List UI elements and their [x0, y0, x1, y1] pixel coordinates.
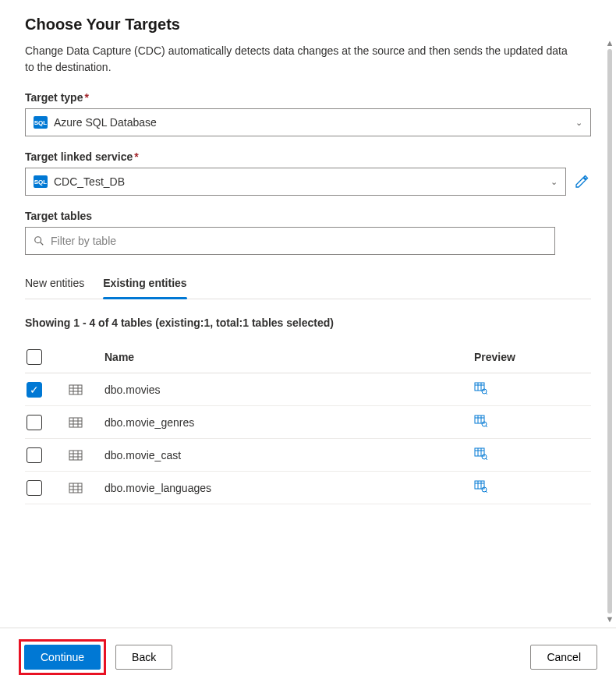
row-name: dbo.movie_languages	[104, 482, 474, 494]
table-row: ✓ dbo.movies	[25, 373, 591, 406]
preview-icon[interactable]	[474, 381, 488, 395]
preview-icon[interactable]	[474, 447, 488, 461]
target-tables-label: Target tables	[25, 210, 591, 222]
svg-rect-24	[69, 451, 82, 460]
cancel-button[interactable]: Cancel	[530, 645, 597, 670]
table-row: dbo.movie_genres	[25, 406, 591, 439]
table-icon	[69, 383, 83, 397]
scrollbar[interactable]: ▲ ▼	[607, 39, 613, 624]
linked-service-value: CDC_Test_DB	[54, 175, 551, 188]
page-description: Change Data Capture (CDC) automatically …	[25, 43, 571, 76]
svg-line-45	[486, 491, 487, 493]
column-preview: Preview	[474, 351, 591, 363]
svg-line-12	[486, 393, 487, 394]
search-icon	[34, 235, 44, 246]
chevron-down-icon: ⌄	[551, 177, 558, 187]
target-type-label: Target type*	[25, 91, 591, 104]
row-name: dbo.movie_genres	[104, 416, 474, 429]
select-all-checkbox[interactable]	[27, 349, 42, 365]
row-checkbox[interactable]	[27, 480, 42, 496]
entity-tabs: New entities Existing entities	[25, 269, 591, 299]
required-asterisk: *	[84, 91, 88, 104]
row-checkbox[interactable]: ✓	[27, 382, 42, 398]
sql-icon: SQL	[34, 175, 48, 188]
page-content: Choose Your Targets Change Data Capture …	[0, 0, 616, 624]
row-checkbox[interactable]	[27, 415, 42, 430]
table-header: Name Preview	[25, 341, 591, 373]
tables-list: Name Preview ✓ dbo.movies dbo.movie_genr…	[25, 341, 591, 504]
continue-button[interactable]: Continue	[24, 645, 101, 670]
chevron-down-icon: ⌄	[575, 118, 582, 128]
sql-icon: SQL	[34, 116, 48, 129]
svg-line-23	[486, 426, 487, 427]
tab-new-entities[interactable]: New entities	[25, 269, 84, 299]
scroll-up-icon[interactable]: ▲	[606, 39, 614, 48]
svg-line-1	[41, 242, 44, 246]
table-row: dbo.movie_languages	[25, 472, 591, 504]
linked-service-select[interactable]: SQL CDC_Test_DB ⌄	[25, 168, 566, 196]
target-type-select[interactable]: SQL Azure SQL Database ⌄	[25, 108, 591, 136]
target-tables-field: Target tables	[25, 210, 591, 255]
filter-box[interactable]	[25, 227, 555, 255]
linked-service-field: Target linked service* SQL CDC_Test_DB ⌄	[25, 150, 591, 196]
scroll-down-icon[interactable]: ▼	[606, 615, 614, 624]
row-name: dbo.movie_cast	[104, 449, 474, 461]
continue-highlight: Continue	[19, 639, 106, 675]
preview-icon[interactable]	[474, 479, 488, 493]
svg-point-0	[35, 237, 41, 243]
target-type-value: Azure SQL Database	[54, 116, 575, 129]
required-asterisk: *	[134, 150, 138, 163]
column-name: Name	[104, 351, 474, 363]
tab-existing-entities[interactable]: Existing entities	[103, 269, 186, 299]
svg-rect-13	[69, 418, 82, 427]
svg-rect-2	[69, 385, 82, 394]
linked-service-label: Target linked service*	[25, 150, 591, 163]
table-icon	[69, 415, 83, 430]
row-checkbox[interactable]	[27, 447, 42, 463]
footer: Continue Back Cancel	[0, 628, 616, 686]
edit-icon[interactable]	[572, 172, 591, 191]
svg-rect-35	[69, 483, 82, 493]
row-name: dbo.movies	[104, 384, 474, 396]
page-title: Choose Your Targets	[25, 16, 591, 34]
table-summary: Showing 1 - 4 of 4 tables (existing:1, t…	[25, 316, 591, 329]
target-type-field: Target type* SQL Azure SQL Database ⌄	[25, 91, 591, 136]
svg-line-34	[486, 458, 487, 460]
preview-icon[interactable]	[474, 414, 488, 428]
back-button[interactable]: Back	[115, 645, 172, 670]
scroll-thumb[interactable]	[607, 49, 612, 614]
table-row: dbo.movie_cast	[25, 439, 591, 472]
filter-input[interactable]	[51, 235, 547, 247]
table-icon	[69, 481, 83, 495]
table-icon	[69, 448, 83, 462]
